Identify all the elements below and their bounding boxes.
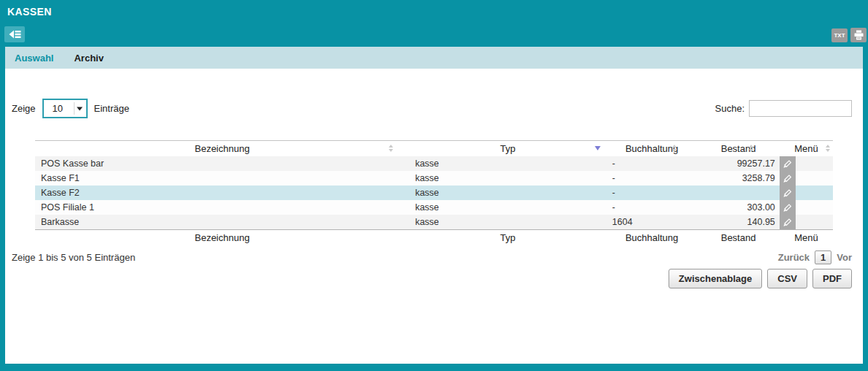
cell-typ: kasse [409,156,606,171]
sort-icon [389,145,393,152]
pencil-icon [783,217,793,227]
cell-buchhaltung: - [606,156,697,171]
edit-button[interactable] [780,156,796,171]
collapse-menu-button[interactable] [4,26,25,42]
sort-icon [826,145,830,152]
search-input[interactable] [749,100,852,117]
clipboard-button[interactable]: Zwischenablage [669,269,762,288]
footer-header-buchhaltung: Buchhaltung [606,229,697,246]
edit-button[interactable] [780,171,796,186]
tab-archiv[interactable]: Archiv [74,53,103,64]
cell-buchhaltung: - [606,186,697,200]
sort-icon [672,145,677,152]
footer-header-typ: Typ [409,229,606,246]
tab-bar: Auswahl Archiv [5,47,863,69]
cell-menu [780,200,833,215]
content-area: Zeige 10 Einträge Suche: [5,69,863,364]
collapse-menu-icon [9,30,21,39]
cell-buchhaltung: - [606,171,697,186]
app-window: KASSEN TXT Auswahl Ar [0,0,868,371]
printer-icon [853,30,864,40]
cell-bestand: 3258.79 [697,171,779,186]
column-header-bezeichnung[interactable]: Bezeichnung [35,141,409,156]
cell-bezeichnung: POS Kasse bar [35,156,409,171]
page-size-value: 10 [44,103,63,114]
edit-button[interactable] [780,215,796,229]
cell-menu [780,171,833,186]
page-size-select[interactable]: 10 [42,99,88,118]
sort-icon [749,145,753,152]
page-size-group: Zeige 10 Einträge [12,99,129,118]
table-header-row: Bezeichnung Typ Buchhaltung [35,141,833,156]
tab-auswahl[interactable]: Auswahl [15,53,53,64]
export-buttons-row: Zwischenablage CSV PDF [5,269,852,288]
page-title: KASSEN [7,6,52,18]
cell-bezeichnung: POS Filiale 1 [35,200,409,215]
pencil-icon [783,173,793,183]
column-header-buchhaltung[interactable]: Buchhaltung [606,141,697,156]
cell-bestand [697,186,779,200]
pagination-prev-button[interactable]: Zurück [778,252,810,263]
pencil-icon [783,202,793,213]
cell-bezeichnung: Kasse F2 [35,186,409,200]
header-toolbar: TXT [831,28,867,42]
cell-bezeichnung: Barkasse [35,215,409,230]
cell-bestand: 99257.17 [697,156,779,171]
search-group: Suche: [715,100,852,117]
table-row[interactable]: POS Kasse bar kasse - 99257.17 [35,156,833,171]
footer-header-bezeichnung: Bezeichnung [35,229,409,246]
pagination-page-button[interactable]: 1 [815,250,831,264]
cell-typ: kasse [409,186,606,200]
cell-menu [780,186,833,200]
cell-bezeichnung: Kasse F1 [35,171,409,186]
select-divider [74,102,75,115]
cell-menu [780,156,833,171]
print-button[interactable] [850,28,867,42]
cell-buchhaltung: - [606,200,697,215]
table-body: POS Kasse bar kasse - 99257.17 Kasse F1 … [35,156,833,230]
table-row[interactable]: Barkasse kasse 1604 140.95 [35,215,833,230]
pagination: Zurück 1 Vor [778,250,852,264]
txt-export-button[interactable]: TXT [831,28,848,42]
table-row[interactable]: Kasse F1 kasse - 3258.79 [35,171,833,186]
cell-bestand: 303.00 [697,200,779,215]
pencil-icon [783,188,793,198]
pdf-export-button[interactable]: PDF [812,269,852,288]
table-controls-row: Zeige 10 Einträge Suche: [12,99,852,118]
cell-typ: kasse [409,171,606,186]
table-row[interactable]: POS Filiale 1 kasse - 303.00 [35,200,833,215]
edit-button[interactable] [780,186,796,200]
kassen-table: Bezeichnung Typ Buchhaltung [35,140,833,246]
page-size-label-suffix: Einträge [94,103,129,114]
cell-typ: kasse [409,200,606,215]
sort-desc-icon [595,146,601,150]
page-size-label-prefix: Zeige [12,103,36,114]
pagination-next-button[interactable]: Vor [837,252,852,263]
footer-header-bestand: Bestand [697,229,779,246]
table-footer-header-row: Bezeichnung Typ Buchhaltung Bestand Menü [35,229,833,246]
entries-info-text: Zeige 1 bis 5 von 5 Einträgen [12,252,135,263]
column-header-typ[interactable]: Typ [409,141,606,156]
cell-buchhaltung: 1604 [606,215,697,230]
edit-button[interactable] [780,200,796,215]
search-label: Suche: [715,103,745,114]
cell-typ: kasse [409,215,606,230]
cell-bestand: 140.95 [697,215,779,230]
chevron-down-icon [77,107,83,110]
cell-menu [780,215,833,230]
table-info-row: Zeige 1 bis 5 von 5 Einträgen Zurück 1 V… [12,250,852,264]
csv-export-button[interactable]: CSV [767,269,807,288]
column-header-menu[interactable]: Menü [780,141,833,156]
pencil-icon [783,158,793,169]
table-row[interactable]: Kasse F2 kasse - [35,186,833,200]
column-header-bestand[interactable]: Bestand [697,141,779,156]
footer-header-menu: Menü [780,229,833,246]
